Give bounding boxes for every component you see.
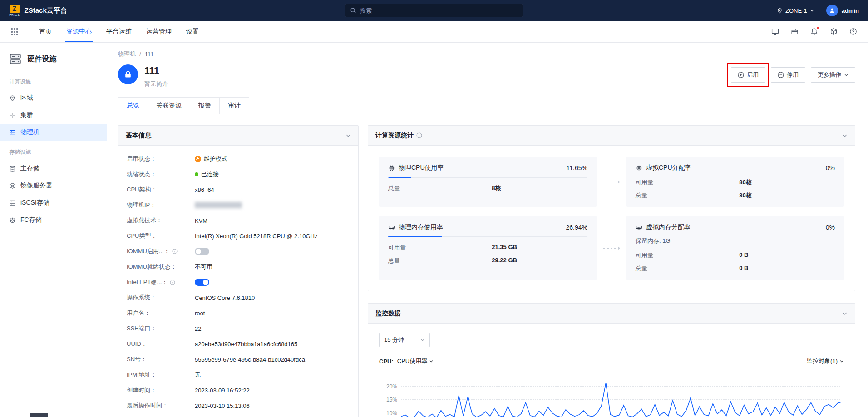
sidebar-item-label: FC存储	[20, 216, 42, 224]
sidebar-group-label: 计算设施	[0, 71, 107, 89]
global-search[interactable]	[345, 4, 523, 17]
main-content: 物理机 / 111 111 暂无简介 启用	[107, 43, 868, 417]
sidebar-groups: 计算设施区域集群物理机存储设施主存储镜像服务器iSCSI存储FC存储	[0, 71, 107, 229]
monitoring-title: 监控数据	[375, 309, 401, 318]
zone-selector[interactable]: ZONE-1	[777, 7, 814, 14]
info-value: 2023-03-09 16:52:22	[195, 387, 250, 394]
memory-icon	[388, 224, 395, 231]
collapse-chevron-icon[interactable]	[345, 133, 351, 138]
console-icon[interactable]	[771, 28, 779, 35]
info-row: SN号：55595e99-679e-495c-b8a4-b1c02d40fdca	[127, 352, 350, 367]
enable-button[interactable]: 启用	[731, 67, 765, 83]
info-value	[195, 279, 209, 286]
sidebar-item[interactable]: FC存储	[0, 211, 107, 229]
app-launcher-icon[interactable]	[11, 28, 18, 35]
tab[interactable]: 报警	[190, 97, 220, 114]
info-label: 操作系统：	[127, 294, 195, 302]
user-menu[interactable]: admin	[826, 5, 859, 16]
info-label: 就绪状态：	[127, 170, 195, 178]
basic-info-title: 基本信息	[126, 132, 151, 140]
info-value: 已连接	[195, 170, 219, 178]
info-label: UUID：	[127, 340, 195, 348]
chevron-down-icon	[839, 359, 844, 363]
resource-cube-icon[interactable]	[830, 28, 838, 35]
stat-note: 保留内存: 1G	[636, 237, 835, 245]
tabs: 总览关联资源报警审计	[118, 97, 855, 114]
nav-item[interactable]: 运营管理	[139, 21, 179, 42]
help-icon[interactable]	[849, 28, 857, 35]
stat-card: 物理内存使用率26.94%可用量21.35 GB总量29.22 GB	[379, 216, 597, 280]
info-icon[interactable]	[170, 280, 175, 285]
package-icon[interactable]	[791, 28, 799, 35]
sidebar-item[interactable]: iSCSI存储	[0, 194, 107, 211]
sidebar-item[interactable]: 物理机	[0, 124, 107, 141]
info-icon[interactable]	[172, 249, 178, 254]
info-label: IPMI地址：	[127, 371, 195, 379]
more-actions-button[interactable]: 更多操作	[811, 67, 855, 83]
info-value	[195, 248, 209, 255]
info-row: Intel EPT硬...：	[127, 275, 350, 290]
stat-percent: 0%	[826, 164, 835, 172]
play-circle-icon	[738, 72, 744, 78]
cpu-chart: 20%15%10%5%0%	[379, 373, 844, 417]
nav-item[interactable]: 设置	[179, 21, 206, 42]
info-row: CPU类型：Intel(R) Xeon(R) Gold 5218R CPU @ …	[127, 228, 350, 244]
sidebar-item-label: 主存储	[20, 164, 39, 172]
info-label: SN号：	[127, 355, 195, 363]
brand-title: ZStack云平台	[25, 6, 67, 15]
metric-selector[interactable]: CPU使用率	[397, 357, 434, 365]
chevron-down-icon	[810, 8, 814, 13]
info-label: CPU架构：	[127, 186, 195, 194]
toggle-switch[interactable]	[195, 248, 209, 255]
info-row: SSH端口：22	[127, 321, 350, 336]
monitoring-card: 监控数据 15 分钟 CPU:	[368, 303, 855, 417]
sidebar-item[interactable]: 镜像服务器	[0, 177, 107, 194]
sidebar-item[interactable]: 区域	[0, 89, 107, 107]
page-subtitle: 暂无简介	[144, 80, 168, 88]
stat-row: 总量29.22 GB	[388, 257, 587, 265]
info-row: IOMMU启用...：	[127, 244, 350, 259]
sidebar-item-label: 区域	[20, 94, 33, 102]
nav-item[interactable]: 首页	[32, 21, 59, 42]
breadcrumb-parent[interactable]: 物理机	[118, 50, 136, 58]
stat-title: 虚拟内存分配率	[646, 223, 690, 231]
sidebar-title: 硬件设施	[27, 54, 56, 64]
sidebar-item[interactable]: 主存储	[0, 160, 107, 177]
stat-percent: 0%	[826, 224, 835, 231]
brand[interactable]: ZZStack ZStack云平台	[9, 5, 67, 17]
info-row: UUID：a20ebe53d90e47bbba1a1a6cfc68d165	[127, 336, 350, 352]
stat-row: 总量8核	[388, 184, 587, 192]
stat-row: 可用量80核	[636, 178, 835, 186]
topbar: ZZStack ZStack云平台 ZONE-1 admin	[0, 0, 868, 21]
info-label: IOMMU启用...：	[127, 247, 195, 255]
sidebar-item-label: 镜像服务器	[20, 182, 52, 190]
monitor-target-selector[interactable]: 监控对象(1)	[807, 357, 844, 365]
info-value: x86_64	[195, 186, 214, 193]
disable-button[interactable]: 停用	[771, 67, 805, 83]
compute-stats-card: 计算资源统计 物理CPU使用率11.65%总量8核虚拟CPU分配率0%可用量80…	[368, 125, 855, 291]
sidebar-item[interactable]: 集群	[0, 107, 107, 124]
minus-circle-icon	[778, 72, 784, 78]
info-icon[interactable]	[416, 132, 422, 138]
collapse-chevron-icon[interactable]	[842, 311, 848, 316]
tab[interactable]: 关联资源	[148, 97, 190, 114]
search-input[interactable]	[360, 7, 518, 14]
nav-item[interactable]: 资源中心	[59, 21, 99, 42]
basic-info-card: 基本信息 启用状态：维护模式就绪状态：已连接CPU架构：x86_64物理机IP：…	[118, 125, 359, 417]
stats-grid: 物理CPU使用率11.65%总量8核虚拟CPU分配率0%可用量80核总量80核物…	[379, 157, 844, 280]
collapse-chevron-icon[interactable]	[842, 133, 848, 138]
breadcrumb-separator: /	[139, 51, 141, 58]
redacted-ip-value	[195, 202, 242, 208]
info-value: 22	[195, 325, 201, 332]
stat-title: 物理CPU使用率	[399, 164, 444, 172]
toggle-switch[interactable]	[195, 279, 209, 286]
info-value: 维护模式	[195, 155, 227, 163]
tab[interactable]: 审计	[219, 97, 249, 114]
info-value: root	[195, 310, 205, 317]
nav-item[interactable]: 平台运维	[99, 21, 139, 42]
sidebar: 硬件设施 计算设施区域集群物理机存储设施主存储镜像服务器iSCSI存储FC存储	[0, 43, 107, 417]
tab[interactable]: 总览	[118, 97, 148, 114]
period-select[interactable]: 15 分钟	[379, 333, 430, 347]
notification-bell-icon[interactable]	[810, 28, 818, 35]
stat-row: 总量80核	[636, 191, 835, 200]
